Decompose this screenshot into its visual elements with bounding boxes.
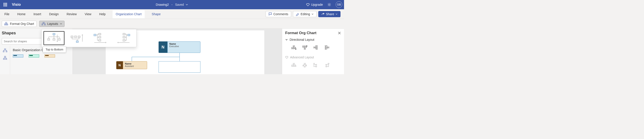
org-chart-icon [42, 22, 46, 26]
user-avatar[interactable]: GB [336, 1, 342, 8]
editing-mode-button[interactable]: Editing [293, 11, 316, 17]
share-icon [321, 12, 325, 16]
format-org-chart-button[interactable]: Format Org Chart [2, 21, 36, 27]
layouts-label: Layouts [47, 22, 58, 26]
close-icon [338, 32, 341, 34]
svg-rect-61 [99, 33, 101, 35]
svg-rect-55 [58, 38, 60, 40]
chevron-down-icon [60, 23, 62, 25]
svg-rect-6 [4, 6, 4, 6]
stencil-icon[interactable] [3, 56, 7, 60]
ribbon-tabs: File Home Insert Design Review View Help… [0, 9, 344, 19]
org-node-executive[interactable]: N Name Executive [158, 42, 200, 53]
advanced-layout-option-icon [324, 63, 329, 68]
tab-insert[interactable]: Insert [32, 12, 42, 17]
tab-help[interactable]: Help [98, 12, 106, 17]
svg-rect-37 [325, 48, 326, 49]
upgrade-button[interactable]: Upgrade [306, 3, 323, 6]
svg-rect-4 [5, 4, 6, 5]
comments-button[interactable]: Comments [266, 11, 291, 17]
svg-rect-7 [5, 6, 6, 6]
svg-rect-48 [316, 66, 317, 67]
layout-bottom-to-top-icon[interactable] [302, 46, 307, 50]
advanced-layout-option-icon [292, 63, 296, 68]
node-role: Assistant [125, 65, 145, 68]
app-name[interactable]: Visio [12, 2, 21, 7]
stencil-icon[interactable] [3, 48, 7, 52]
chevron-down-icon[interactable] [186, 3, 188, 6]
svg-rect-43 [303, 65, 304, 66]
diamond-icon [306, 3, 310, 6]
shape-swatch-manager[interactable] [29, 54, 39, 58]
svg-rect-24 [293, 48, 294, 49]
svg-rect-31 [316, 46, 317, 46]
settings-button[interactable] [326, 1, 332, 8]
svg-rect-34 [328, 47, 329, 48]
tab-review[interactable]: Review [66, 12, 78, 17]
layout-top-to-bottom-icon[interactable] [292, 46, 296, 50]
svg-rect-13 [43, 22, 44, 23]
share-button[interactable]: Share [318, 11, 340, 17]
svg-rect-14 [42, 24, 43, 25]
chevron-down-icon [312, 13, 314, 15]
svg-rect-57 [71, 36, 73, 38]
tab-shape[interactable]: Shape [151, 12, 162, 17]
svg-rect-56 [76, 41, 78, 42]
tab-file[interactable]: File [4, 12, 10, 17]
tab-view[interactable]: View [84, 12, 92, 17]
svg-rect-16 [4, 48, 6, 49]
shape-swatch-assistant[interactable] [44, 54, 55, 58]
svg-rect-60 [94, 34, 96, 36]
connector [132, 57, 132, 61]
pencil-icon [296, 12, 299, 16]
svg-rect-41 [295, 66, 296, 66]
document-status: Saved [175, 3, 184, 6]
tab-home[interactable]: Home [16, 12, 26, 17]
svg-rect-23 [292, 48, 292, 49]
svg-rect-27 [302, 46, 304, 47]
document-title-area[interactable]: Drawing2 - Saved [156, 3, 188, 6]
svg-rect-40 [293, 66, 294, 66]
format-org-chart-label: Format Org Chart [10, 22, 34, 26]
svg-rect-39 [292, 66, 292, 66]
advanced-layout-option-icon [314, 63, 318, 68]
org-node-assistant[interactable]: N Name Assistant [116, 61, 147, 69]
format-org-chart-pane: Format Org Chart Directional Layout Adva… [282, 29, 344, 74]
layout-left-to-right-icon[interactable] [314, 46, 318, 50]
shape-swatch-executive[interactable] [13, 54, 23, 58]
svg-rect-2 [6, 3, 7, 4]
svg-rect-0 [4, 3, 4, 4]
svg-rect-64 [128, 34, 130, 36]
diamond-icon [285, 56, 288, 59]
svg-rect-32 [316, 47, 317, 48]
svg-rect-62 [99, 36, 101, 38]
chevron-down-icon [285, 38, 288, 41]
app-launcher-icon[interactable] [2, 1, 9, 8]
svg-rect-5 [6, 4, 7, 5]
comment-icon [268, 12, 272, 16]
layout-option-right-to-left[interactable] [114, 31, 134, 45]
org-node-empty[interactable] [158, 61, 200, 73]
svg-rect-15 [44, 24, 46, 25]
svg-rect-51 [326, 66, 327, 67]
layout-right-to-left-icon[interactable] [324, 46, 329, 50]
advanced-layout-label: Advanced Layout [290, 56, 314, 59]
gear-icon [327, 3, 331, 6]
editing-label: Editing [301, 12, 310, 16]
node-initial: N [116, 61, 123, 69]
layouts-dropdown-button[interactable]: Layouts [39, 21, 64, 27]
layout-option-left-to-right[interactable] [90, 31, 111, 45]
svg-rect-33 [316, 48, 317, 49]
tab-organization-chart[interactable]: Organization Chart [112, 10, 145, 18]
svg-rect-47 [316, 64, 317, 65]
tab-design[interactable]: Design [48, 12, 60, 17]
layout-option-bottom-to-top[interactable] [67, 31, 88, 45]
layout-option-top-to-bottom[interactable] [44, 31, 64, 45]
node-name: Name [169, 42, 198, 45]
directional-layout-section[interactable]: Directional Layout [285, 38, 341, 42]
close-pane-button[interactable] [338, 32, 341, 34]
layout-tooltip: Top to Bottom [43, 46, 66, 53]
advanced-layout-option-icon [302, 63, 307, 68]
directional-layout-label: Directional Layout [290, 38, 314, 42]
svg-rect-20 [3, 58, 5, 60]
